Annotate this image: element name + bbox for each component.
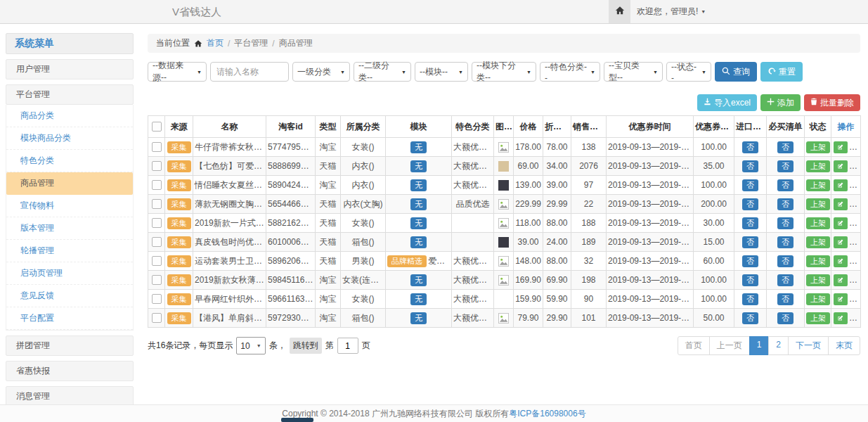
name-search-input[interactable] — [210, 62, 289, 82]
discount-cell: 24.00 — [543, 233, 571, 252]
filter-select[interactable]: --二级分类--▼ — [354, 62, 411, 82]
status-badge[interactable]: 上架 — [806, 141, 830, 153]
must-buy-badge[interactable]: 否 — [777, 217, 793, 229]
filter-select[interactable]: --状态--▼ — [666, 62, 711, 82]
page-number-input[interactable] — [337, 338, 358, 354]
caret-down-icon: ▼ — [340, 70, 345, 75]
sidebar-subitem-模块商品分类[interactable]: 模块商品分类 — [6, 127, 133, 150]
imported-badge[interactable]: 否 — [742, 255, 758, 267]
status-badge[interactable]: 上架 — [806, 160, 830, 172]
row-checkbox[interactable] — [152, 180, 162, 190]
sidebar-subitem-商品管理[interactable]: 商品管理 — [6, 172, 133, 195]
icp-link[interactable]: 粤ICP备16098006号 — [509, 409, 585, 418]
row-checkbox[interactable] — [152, 218, 162, 228]
edit-button[interactable] — [834, 198, 848, 210]
pager-item-下一页[interactable]: 下一页 — [788, 336, 829, 355]
imported-cell: 否 — [734, 271, 767, 290]
home-icon-button[interactable] — [609, 0, 630, 23]
per-page-select[interactable]: 10▼ — [236, 337, 265, 354]
broken-image-icon — [498, 275, 509, 286]
must-buy-badge[interactable]: 否 — [777, 293, 793, 305]
edit-button[interactable] — [834, 293, 848, 305]
row-checkbox[interactable] — [152, 275, 162, 285]
imported-badge[interactable]: 否 — [742, 217, 758, 229]
imported-badge[interactable]: 否 — [742, 236, 758, 248]
sidebar-subitem-轮播管理[interactable]: 轮播管理 — [6, 240, 133, 262]
must-buy-badge[interactable]: 否 — [777, 160, 793, 172]
status-badge[interactable]: 上架 — [806, 217, 830, 229]
edit-button[interactable] — [834, 274, 848, 286]
row-checkbox[interactable] — [152, 161, 162, 171]
edit-button[interactable] — [834, 312, 848, 324]
status-badge[interactable]: 上架 — [806, 255, 830, 267]
row-checkbox[interactable] — [152, 313, 162, 323]
must-buy-badge[interactable]: 否 — [777, 179, 793, 191]
imported-badge[interactable]: 否 — [742, 198, 758, 210]
sidebar-item-拼团管理[interactable]: 拼团管理 — [6, 335, 134, 356]
pager-item-2[interactable]: 2 — [768, 336, 789, 355]
imported-badge[interactable]: 否 — [742, 141, 758, 153]
must-buy-badge[interactable]: 否 — [777, 198, 793, 210]
filter-select[interactable]: --宝贝类型--▼ — [604, 62, 663, 82]
search-button[interactable]: 查询 — [715, 62, 757, 82]
row-checkbox[interactable] — [152, 294, 162, 304]
imported-badge[interactable]: 否 — [742, 160, 758, 172]
sidebar-subitem-版本管理[interactable]: 版本管理 — [6, 217, 133, 240]
imported-badge[interactable]: 否 — [742, 274, 758, 286]
filter-select[interactable]: --特色分类--▼ — [540, 62, 600, 82]
jump-button[interactable]: 跳转到 — [290, 338, 322, 354]
sidebar-item-用户管理[interactable]: 用户管理 — [6, 59, 134, 79]
filter-select[interactable]: 一级分类▼ — [292, 62, 350, 82]
pager-item-1[interactable]: 1 — [749, 336, 770, 355]
imported-badge[interactable]: 否 — [742, 179, 758, 191]
status-badge[interactable]: 上架 — [806, 198, 830, 210]
column-header-特色分类: 特色分类 — [452, 116, 494, 138]
batch-delete-button[interactable]: 批量删除 — [804, 94, 860, 111]
imported-badge[interactable]: 否 — [742, 312, 758, 324]
edit-button[interactable] — [834, 255, 848, 267]
sidebar-subitem-启动页管理[interactable]: 启动页管理 — [6, 262, 133, 285]
edit-button[interactable] — [834, 160, 848, 172]
user-menu[interactable]: 欢迎您，管理员!▼ — [637, 0, 706, 23]
status-badge[interactable]: 上架 — [806, 274, 830, 286]
sidebar-subitem-商品分类[interactable]: 商品分类 — [6, 105, 133, 127]
status-badge[interactable]: 上架 — [806, 236, 830, 248]
must-buy-badge[interactable]: 否 — [777, 312, 793, 324]
sidebar-subitem-宣传物料[interactable]: 宣传物料 — [6, 195, 133, 217]
reset-button[interactable]: 重置 — [760, 62, 803, 82]
row-checkbox[interactable] — [152, 199, 162, 209]
status-badge[interactable]: 上架 — [806, 179, 830, 191]
horizontal-scrollbar-thumb[interactable] — [281, 418, 313, 422]
breadcrumb-home-link[interactable]: 首页 — [207, 37, 224, 49]
sidebar-subitem-意见反馈[interactable]: 意见反馈 — [6, 285, 133, 307]
select-all-checkbox[interactable] — [152, 122, 162, 132]
imported-badge[interactable]: 否 — [742, 293, 758, 305]
filter-select[interactable]: --模块--▼ — [415, 62, 468, 82]
discount-cell: 88.00 — [543, 252, 571, 271]
import-excel-button[interactable]: 导入excel — [697, 94, 757, 111]
sidebar-item-消息管理[interactable]: 消息管理 — [6, 386, 134, 404]
status-badge[interactable]: 上架 — [806, 293, 830, 305]
row-checkbox[interactable] — [152, 256, 162, 266]
breadcrumb-item[interactable]: 平台管理 — [234, 37, 268, 49]
must-buy-badge[interactable]: 否 — [777, 274, 793, 286]
edit-button[interactable] — [834, 217, 848, 229]
edit-button[interactable] — [834, 141, 848, 153]
sidebar-item-省惠快报[interactable]: 省惠快报 — [6, 361, 134, 381]
must-buy-badge[interactable]: 否 — [777, 236, 793, 248]
pager-item-末页[interactable]: 末页 — [828, 336, 860, 355]
must-buy-badge[interactable]: 否 — [777, 141, 793, 153]
status-badge[interactable]: 上架 — [806, 312, 830, 324]
must-buy-badge[interactable]: 否 — [777, 255, 793, 267]
filter-select[interactable]: --数据来源--▼ — [148, 62, 207, 82]
filter-select[interactable]: --模块下分类--▼ — [472, 62, 536, 82]
row-checkbox[interactable] — [152, 142, 162, 152]
sidebar-subitem-特色分类[interactable]: 特色分类 — [6, 150, 133, 172]
edit-button[interactable] — [834, 179, 848, 191]
add-button[interactable]: 添加 — [760, 94, 801, 111]
sidebar-item-平台管理[interactable]: 平台管理 — [6, 84, 134, 105]
sidebar-subitem-平台配置[interactable]: 平台配置 — [6, 307, 133, 330]
module-badge: 无 — [410, 293, 427, 305]
row-checkbox[interactable] — [152, 237, 162, 247]
edit-button[interactable] — [834, 236, 848, 248]
